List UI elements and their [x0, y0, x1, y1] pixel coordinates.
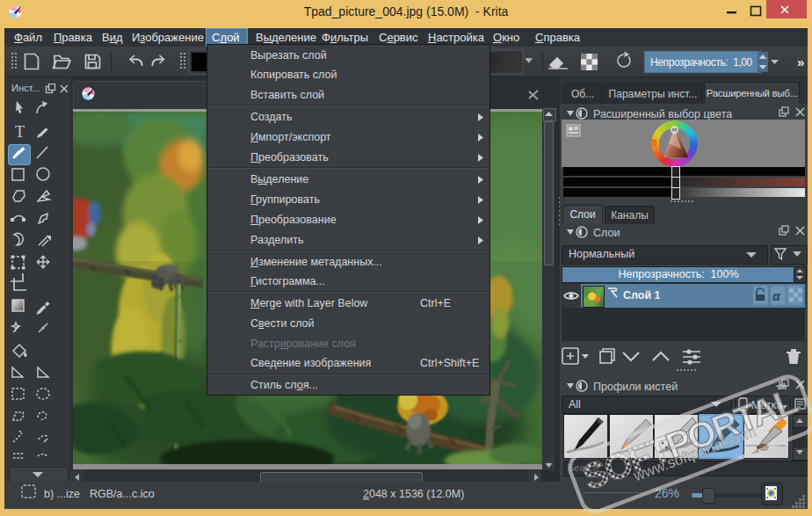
svg-text:SOFTPORTAL: SOFTPORTAL [577, 381, 802, 498]
svg-text:α: α [772, 289, 781, 303]
svg-text:Расширенный выбор цвета: Расширенный выбор цвета [593, 108, 732, 120]
svg-text:Непрозрачность: 1,00: Непрозрачность: 1,00 [650, 56, 753, 69]
svg-text:T: T [15, 123, 25, 141]
svg-text:b) ...ize: b) ...ize [44, 488, 80, 500]
svg-text:2048 x 1536 (12.0M): 2048 x 1536 (12.0M) [363, 488, 464, 500]
svg-text:RGB/a...c.icо: RGB/a...c.icо [90, 488, 155, 500]
svg-text:Слои: Слои [593, 227, 620, 239]
svg-text:»: » [797, 55, 804, 69]
